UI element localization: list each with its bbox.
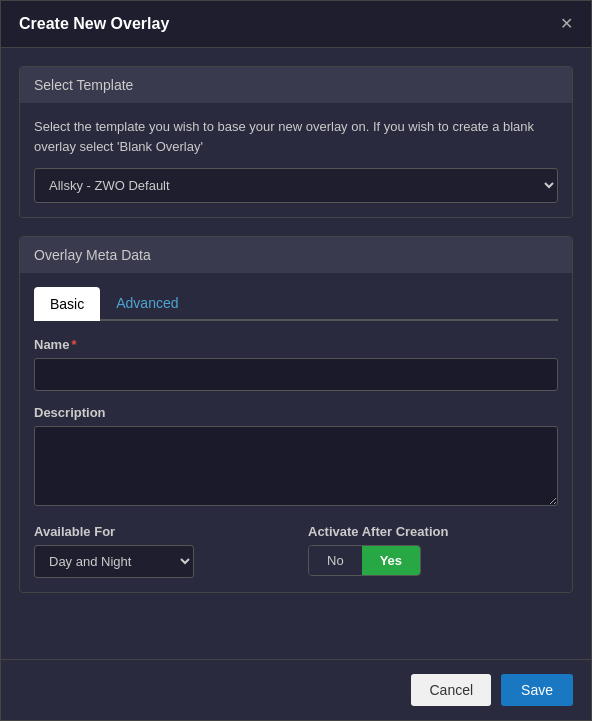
modal-title: Create New Overlay — [19, 15, 169, 33]
available-for-col: Available For Day and Night Day Only Nig… — [34, 524, 284, 578]
template-description: Select the template you wish to base you… — [34, 117, 558, 156]
create-overlay-modal: Create New Overlay ✕ Select Template Sel… — [0, 0, 592, 721]
available-for-dropdown[interactable]: Day and Night Day Only Night Only — [34, 545, 194, 578]
toggle-yes-button[interactable]: Yes — [362, 546, 420, 575]
save-button[interactable]: Save — [501, 674, 573, 706]
overlay-meta-body: Basic Advanced Name* Description — [20, 273, 572, 592]
description-input[interactable] — [34, 426, 558, 506]
template-dropdown[interactable]: Allsky - ZWO Default Blank Overlay — [34, 168, 558, 203]
meta-tabs: Basic Advanced — [34, 287, 558, 321]
description-label: Description — [34, 405, 558, 420]
name-input[interactable] — [34, 358, 558, 391]
available-for-label: Available For — [34, 524, 284, 539]
tab-basic[interactable]: Basic — [34, 287, 100, 321]
bottom-fields: Available For Day and Night Day Only Nig… — [34, 524, 558, 578]
select-template-body: Select the template you wish to base you… — [20, 103, 572, 217]
modal-footer: Cancel Save — [1, 659, 591, 720]
modal-header: Create New Overlay ✕ — [1, 1, 591, 48]
activate-label: Activate After Creation — [308, 524, 558, 539]
activate-toggle: No Yes — [308, 545, 421, 576]
overlay-meta-header: Overlay Meta Data — [20, 237, 572, 273]
tab-advanced[interactable]: Advanced — [100, 287, 194, 319]
select-template-section: Select Template Select the template you … — [19, 66, 573, 218]
name-label: Name* — [34, 337, 558, 352]
name-group: Name* — [34, 337, 558, 391]
modal-body: Select Template Select the template you … — [1, 48, 591, 659]
cancel-button[interactable]: Cancel — [411, 674, 491, 706]
name-required-indicator: * — [71, 337, 76, 352]
activate-col: Activate After Creation No Yes — [308, 524, 558, 576]
toggle-no-button[interactable]: No — [309, 546, 362, 575]
overlay-meta-section: Overlay Meta Data Basic Advanced Name* D… — [19, 236, 573, 593]
close-button[interactable]: ✕ — [560, 16, 573, 32]
description-group: Description — [34, 405, 558, 510]
select-template-header: Select Template — [20, 67, 572, 103]
